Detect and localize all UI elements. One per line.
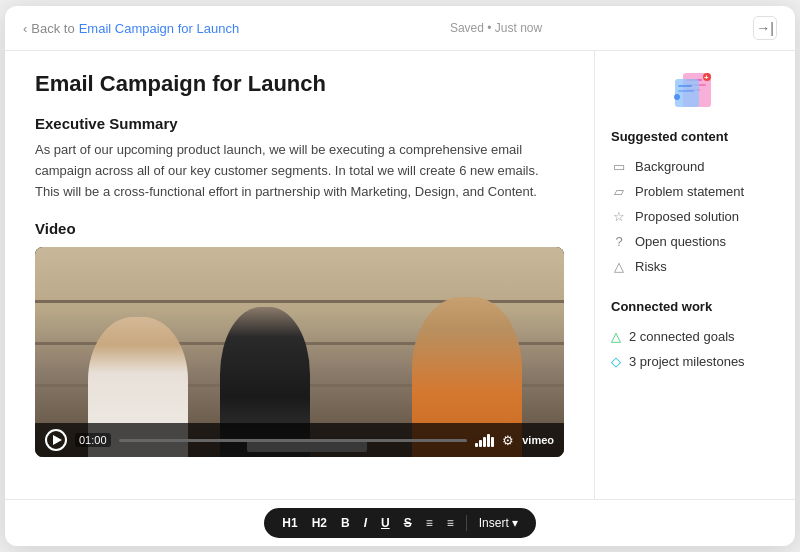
- h1-button[interactable]: H1: [278, 514, 301, 532]
- svg-rect-5: [678, 85, 692, 87]
- connected-work-list: △ 2 connected goals ◇ 3 project mileston…: [611, 324, 779, 374]
- problem-label: Problem statement: [635, 184, 744, 199]
- connected-work-title: Connected work: [611, 299, 779, 314]
- executive-summary-text: As part of our upcoming product launch, …: [35, 140, 564, 202]
- save-status: Saved • Just now: [450, 21, 542, 35]
- app-window: ‹ Back to Email Campaign for Launch Save…: [5, 6, 795, 546]
- milestones-label: 3 project milestones: [629, 354, 745, 369]
- svg-rect-4: [675, 79, 699, 107]
- insert-button[interactable]: Insert ▾: [475, 514, 522, 532]
- list-button[interactable]: ≡: [422, 514, 437, 532]
- suggested-item-questions[interactable]: ? Open questions: [611, 229, 779, 254]
- vol-bar-5: [491, 437, 494, 447]
- suggested-item-problem[interactable]: ▱ Problem statement: [611, 179, 779, 204]
- back-navigation[interactable]: ‹ Back to Email Campaign for Launch: [23, 21, 239, 36]
- document-title: Email Campaign for Launch: [35, 71, 564, 97]
- underline-button[interactable]: U: [377, 514, 394, 532]
- illustration-svg: +: [665, 65, 725, 115]
- svg-rect-6: [678, 90, 694, 92]
- risks-label: Risks: [635, 259, 667, 274]
- main-document: Email Campaign for Launch Executive Summ…: [5, 51, 595, 499]
- goals-icon: △: [611, 329, 621, 344]
- play-icon: [53, 435, 62, 445]
- strikethrough-button[interactable]: S: [400, 514, 416, 532]
- progress-bar[interactable]: [119, 439, 468, 442]
- formatting-toolbar: H1 H2 B I U S ≡ ≡ Insert ▾: [5, 499, 795, 546]
- settings-icon[interactable]: ⚙: [502, 433, 514, 448]
- toolbar-pill: H1 H2 B I U S ≡ ≡ Insert ▾: [264, 508, 535, 538]
- volume-icon: [475, 433, 494, 447]
- vol-bar-2: [479, 440, 482, 447]
- suggested-item-risks[interactable]: △ Risks: [611, 254, 779, 279]
- svg-text:+: +: [704, 73, 709, 82]
- suggested-item-solution[interactable]: ☆ Proposed solution: [611, 204, 779, 229]
- play-button[interactable]: [45, 429, 67, 451]
- video-controls: 01:00 ⚙ vimeo: [35, 423, 564, 457]
- time-label: 01:00: [75, 433, 111, 447]
- top-bar: ‹ Back to Email Campaign for Launch Save…: [5, 6, 795, 51]
- h2-button[interactable]: H2: [308, 514, 331, 532]
- solution-icon: ☆: [611, 209, 627, 224]
- risks-icon: △: [611, 259, 627, 274]
- problem-icon: ▱: [611, 184, 627, 199]
- vol-bar-1: [475, 443, 478, 447]
- bold-button[interactable]: B: [337, 514, 354, 532]
- back-text: Back to: [31, 21, 74, 36]
- milestones-icon: ◇: [611, 354, 621, 369]
- back-link[interactable]: Email Campaign for Launch: [79, 21, 239, 36]
- content-area: Email Campaign for Launch Executive Summ…: [5, 51, 795, 499]
- suggested-content-title: Suggested content: [611, 129, 779, 144]
- video-section-label: Video: [35, 220, 564, 237]
- insert-label: Insert: [479, 516, 509, 530]
- italic-button[interactable]: I: [360, 514, 371, 532]
- background-label: Background: [635, 159, 704, 174]
- vimeo-logo: vimeo: [522, 434, 554, 446]
- svg-point-8: [674, 94, 680, 100]
- ordered-list-button[interactable]: ≡: [443, 514, 458, 532]
- questions-label: Open questions: [635, 234, 726, 249]
- right-panel: + Suggested content ▭ Background ▱ Probl…: [595, 51, 795, 499]
- insert-arrow: ▾: [512, 516, 518, 530]
- video-container: 01:00 ⚙ vimeo: [35, 247, 564, 457]
- connected-milestones[interactable]: ◇ 3 project milestones: [611, 349, 779, 374]
- suggested-content-list: ▭ Background ▱ Problem statement ☆ Propo…: [611, 154, 779, 279]
- vol-bar-4: [487, 434, 490, 447]
- connected-goals[interactable]: △ 2 connected goals: [611, 324, 779, 349]
- suggested-item-background[interactable]: ▭ Background: [611, 154, 779, 179]
- collapse-button[interactable]: →|: [753, 16, 777, 40]
- back-arrow: ‹: [23, 21, 27, 36]
- goals-label: 2 connected goals: [629, 329, 735, 344]
- panel-illustration: +: [611, 65, 779, 115]
- toolbar-divider: [466, 515, 467, 531]
- questions-icon: ?: [611, 234, 627, 249]
- vol-bar-3: [483, 437, 486, 447]
- background-icon: ▭: [611, 159, 627, 174]
- executive-summary-heading: Executive Summary: [35, 115, 564, 132]
- solution-label: Proposed solution: [635, 209, 739, 224]
